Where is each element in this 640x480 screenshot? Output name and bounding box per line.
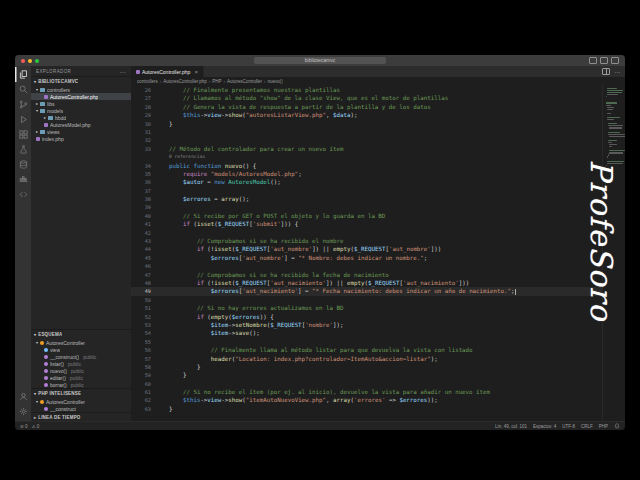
line-number[interactable]: 47 xyxy=(131,271,155,279)
code-line[interactable]: 44 if (!isset($_REQUEST['aut_nombre']) |… xyxy=(131,245,603,253)
code-line[interactable]: 45 $errores['aut_nombre'] = "* Nombre: d… xyxy=(131,254,603,262)
line-number[interactable]: 57 xyxy=(131,355,155,363)
testing-icon[interactable] xyxy=(15,142,31,157)
code-line[interactable]: 31 xyxy=(131,128,603,136)
intellisense-section-header[interactable]: ▾ PHP INTELISENSE xyxy=(31,388,131,397)
toggle-panel-icon[interactable] xyxy=(600,57,608,64)
line-number[interactable]: 62 xyxy=(131,396,155,404)
status-item[interactable]: Espacios: 4 xyxy=(533,424,556,429)
line-number[interactable]: 27 xyxy=(131,94,155,102)
line-number[interactable]: 35 xyxy=(131,170,155,178)
code-line[interactable]: 49 $errores['aut_nacimiento'] = "* Fecha… xyxy=(131,287,603,295)
notifications-icon[interactable] xyxy=(614,423,620,429)
line-number[interactable]: 61 xyxy=(131,388,155,396)
code-line[interactable]: 37 xyxy=(131,187,603,195)
line-number[interactable]: 52 xyxy=(131,313,155,321)
line-number[interactable]: 36 xyxy=(131,178,155,186)
line-number[interactable]: 40 xyxy=(131,212,155,220)
code-line[interactable]: 28 // Genera la vista de respuesta a par… xyxy=(131,103,603,111)
problems-status[interactable]: ⊘ 0 ⚠ 0 xyxy=(20,424,39,429)
line-number[interactable]: 28 xyxy=(131,103,155,111)
command-center-title[interactable]: bibliotecamvc xyxy=(254,57,386,64)
code-line[interactable]: 55 xyxy=(131,338,603,346)
line-number[interactable]: 29 xyxy=(131,111,155,119)
line-number[interactable]: 50 xyxy=(131,296,155,304)
account-icon[interactable] xyxy=(15,389,31,404)
code-line[interactable]: 30 } xyxy=(131,120,603,128)
more-actions-icon[interactable]: ⋯ xyxy=(120,68,126,75)
database-icon[interactable] xyxy=(15,157,31,172)
code-area[interactable]: 26 // Finalmente presentamos nuestras pl… xyxy=(131,85,603,421)
line-number[interactable]: 55 xyxy=(131,338,155,346)
line-number[interactable]: 37 xyxy=(131,187,155,195)
symbol-item[interactable]: nuevo()public xyxy=(31,367,131,374)
code-line[interactable]: 48 if (!isset($_REQUEST['aut_nacimiento'… xyxy=(131,279,603,287)
toggle-sidebar-icon[interactable] xyxy=(589,57,597,64)
remote-icon[interactable] xyxy=(15,187,31,202)
code-line[interactable]: 38 $errores = array(); xyxy=(131,195,603,203)
status-item[interactable]: PHP xyxy=(599,424,608,429)
breadcrumb-item[interactable]: controllers xyxy=(137,79,158,84)
code-line[interactable]: 50 xyxy=(131,296,603,304)
outline-section-header[interactable]: ▾ ESQUEMA xyxy=(31,329,131,338)
code-line[interactable]: 58 } xyxy=(131,363,603,371)
code-line[interactable]: 52 if (empty($errores)) { xyxy=(131,313,603,321)
code-line[interactable]: 46 xyxy=(131,262,603,270)
split-editor-icon[interactable] xyxy=(602,68,610,75)
status-item[interactable]: Lín. 49, col. 101 xyxy=(495,424,527,429)
settings-icon[interactable] xyxy=(15,404,31,419)
symbol-item[interactable]: editar()public xyxy=(31,374,131,381)
line-number[interactable]: 31 xyxy=(131,128,155,136)
source-control-icon[interactable] xyxy=(15,97,31,112)
close-button[interactable] xyxy=(21,59,25,63)
line-number[interactable]: 43 xyxy=(131,237,155,245)
line-number[interactable]: 54 xyxy=(131,329,155,337)
line-number[interactable]: 32 xyxy=(131,136,155,144)
customize-layout-icon[interactable] xyxy=(611,57,619,64)
line-number[interactable]: 42 xyxy=(131,229,155,237)
tree-item[interactable]: AutoresModel.php xyxy=(31,121,131,128)
line-number[interactable]: 30 xyxy=(131,120,155,128)
line-number[interactable]: 46 xyxy=(131,262,155,270)
code-line[interactable]: 29 $this->view->show("autoresListarView.… xyxy=(131,111,603,119)
breadcrumb-item[interactable]: PHP xyxy=(212,79,221,84)
symbol-item[interactable]: ▾AutoresController xyxy=(31,339,131,346)
status-item[interactable]: UTF-8 xyxy=(562,424,575,429)
more-actions-icon[interactable]: ⋯ xyxy=(614,68,620,75)
code-line[interactable]: 36 $autor = new AutoresModel(); xyxy=(131,178,603,186)
tree-item[interactable]: ▾controllers xyxy=(31,86,131,93)
search-icon[interactable] xyxy=(15,82,31,97)
explorer-icon[interactable] xyxy=(15,67,31,82)
codelens-row[interactable]: 0 referencias xyxy=(131,153,603,161)
code-line[interactable]: 42 xyxy=(131,229,603,237)
docker-icon[interactable] xyxy=(15,172,31,187)
line-number[interactable]: 45 xyxy=(131,254,155,262)
minimize-button[interactable] xyxy=(28,59,32,63)
line-number[interactable]: 51 xyxy=(131,304,155,312)
tree-item[interactable]: ▾models xyxy=(31,107,131,114)
symbol-item[interactable]: view xyxy=(31,346,131,353)
symbol-item[interactable]: ▾AutoresController xyxy=(31,398,131,405)
minimap[interactable] xyxy=(602,85,625,421)
tab-autorescontroller[interactable]: AutoresController.php × xyxy=(131,66,204,77)
line-number[interactable]: 39 xyxy=(131,203,155,211)
code-line[interactable]: 35 require "models/AutoresModel.php"; xyxy=(131,170,603,178)
maximize-button[interactable] xyxy=(35,59,39,63)
code-line[interactable]: 53 $item->setNombre($_REQUEST['nombre'])… xyxy=(131,321,603,329)
line-number[interactable]: 53 xyxy=(131,321,155,329)
symbol-item[interactable]: __construct()public xyxy=(31,353,131,360)
symbol-item[interactable]: borrar()public xyxy=(31,381,131,388)
line-number[interactable]: 44 xyxy=(131,245,155,253)
code-line[interactable]: 27 // Llamamos al método "show" de la cl… xyxy=(131,94,603,102)
line-number[interactable]: 41 xyxy=(131,220,155,228)
code-line[interactable]: 59 } xyxy=(131,371,603,379)
tree-item[interactable]: ▸libs xyxy=(31,100,131,107)
extensions-icon[interactable] xyxy=(15,127,31,142)
code-line[interactable]: 57 header("Location: index.php?controlad… xyxy=(131,355,603,363)
code-line[interactable]: 41 if (isset($_REQUEST['submit'])) { xyxy=(131,220,603,228)
code-line[interactable]: 40 // Si recibe por GET o POST el objeto… xyxy=(131,212,603,220)
close-tab-icon[interactable]: × xyxy=(194,69,198,75)
code-line[interactable]: 47 // Comprobamos si se ha recibido la f… xyxy=(131,271,603,279)
line-number[interactable]: 59 xyxy=(131,371,155,379)
code-line[interactable]: 32 xyxy=(131,136,603,144)
